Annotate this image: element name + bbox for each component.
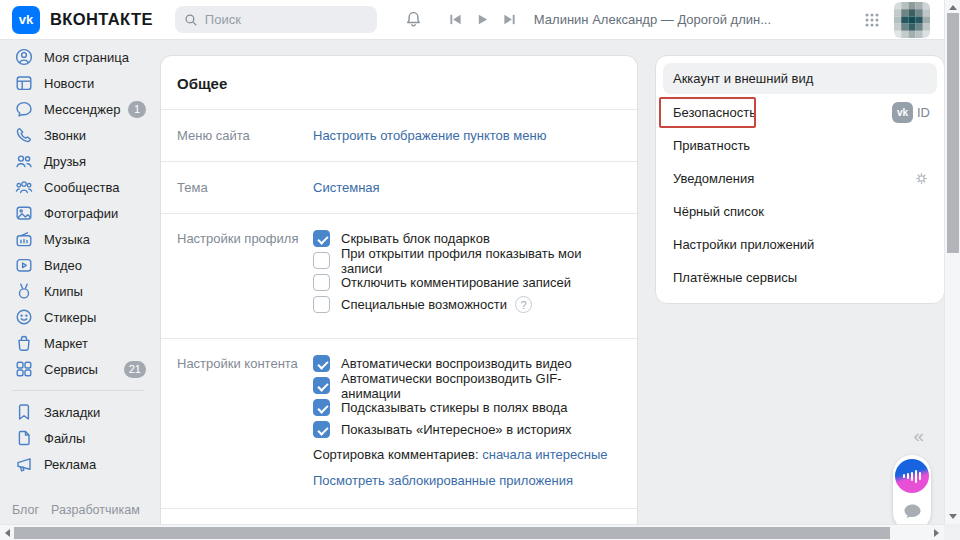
settings-nav-account[interactable]: Аккаунт и внешний вид [663,63,937,94]
blocked-apps-link[interactable]: Посмотреть заблокированные приложения [313,473,573,488]
next-track-icon[interactable] [503,13,516,26]
horizontal-scrollbar[interactable] [0,524,944,540]
sidebar-label: Закладки [44,405,100,420]
scroll-left-arrow[interactable] [5,529,10,537]
sidebar-item-music[interactable]: Музыка [0,226,156,252]
sidebar-item-market[interactable]: Маркет [0,330,156,356]
nav-label: Безопасность [673,105,756,120]
messenger-icon [14,99,34,119]
services-count-badge: 21 [124,361,146,378]
sidebar-label: Моя страница [44,50,129,65]
checkbox-label: При открытии профиля показывать мои запи… [341,246,621,276]
notifications-gear[interactable] [913,162,930,195]
show-my-posts-checkbox[interactable] [313,252,330,269]
chat-bubble-icon[interactable] [903,503,922,520]
suggest-stickers-checkbox[interactable] [313,399,330,416]
sidebar-item-friends[interactable]: Друзья [0,148,156,174]
checkbox-row: Автоматически воспроизводить видео [313,355,621,372]
app-title[interactable]: ВКОНТАКТЕ [50,10,153,29]
music-icon [14,229,34,249]
messenger-count-badge: 1 [128,101,146,118]
checkbox-label: Отключить комментирование записей [341,275,571,290]
sidebar-label: Новости [44,76,94,91]
sidebar-item-files[interactable]: Файлы [0,425,156,451]
theme-value-link[interactable]: Системная [313,180,380,195]
stickers-icon [14,307,34,327]
sidebar-label: Реклама [44,457,96,472]
checkbox-row: При открытии профиля показывать мои запи… [313,252,621,269]
scroll-right-arrow[interactable] [934,529,939,537]
notifications-bell-icon[interactable] [404,10,423,29]
communities-icon [14,177,34,197]
previous-track-icon[interactable] [449,13,462,26]
horizontal-scroll-thumb[interactable] [14,527,890,539]
sidebar-item-services[interactable]: Сервисы 21 [0,356,156,382]
scroll-up-arrow[interactable] [949,5,957,10]
comments-sort-link[interactable]: сначала интересные [482,447,607,462]
assistant-widget [893,455,931,531]
files-icon [14,428,34,448]
sidebar-item-video[interactable]: Видео [0,252,156,278]
settings-nav-apps[interactable]: Настройки приложений [656,228,944,261]
sidebar-item-bookmarks[interactable]: Закладки [0,399,156,425]
help-icon[interactable]: ? [515,296,532,313]
vk-id-logo-icon: vk [892,102,913,123]
sidebar-item-calls[interactable]: Звонки [0,122,156,148]
sidebar-item-stickers[interactable]: Стикеры [0,304,156,330]
gear-icon [913,170,930,187]
collapse-chevron-icon[interactable]: « [913,425,924,447]
scroll-down-arrow[interactable] [949,514,957,519]
settings-nav-privacy[interactable]: Приватность [656,129,944,162]
sidebar-item-ads[interactable]: Реклама [0,451,156,477]
left-sidebar: Моя страница Новости Мессенджер 1 Звонки… [0,44,156,517]
show-interesting-stories-checkbox[interactable] [313,421,330,438]
autoplay-gif-checkbox[interactable] [313,377,330,394]
disable-comments-checkbox[interactable] [313,274,330,291]
search-box[interactable] [175,6,377,33]
sidebar-item-my-page[interactable]: Моя страница [0,44,156,70]
checkbox-label: Подсказывать стикеры в полях ввода [341,400,567,415]
vertical-scroll-thumb[interactable] [947,13,959,253]
checkbox-label: Специальные возможности [341,297,507,312]
vertical-scrollbar[interactable] [944,0,960,524]
site-menu-link[interactable]: Настроить отображение пунктов меню [313,128,546,143]
blog-link[interactable]: Блог [12,503,39,517]
sidebar-label: Сообщества [44,180,120,195]
sidebar-item-news[interactable]: Новости [0,70,156,96]
play-icon[interactable] [476,13,489,26]
nav-label: Платёжные сервисы [673,270,797,285]
sidebar-item-communities[interactable]: Сообщества [0,174,156,200]
search-input[interactable] [205,12,365,27]
site-menu-row: Меню сайта Настроить отображение пунктов… [161,109,637,161]
settings-nav-notifications[interactable]: Уведомления [656,162,944,195]
settings-nav-payments[interactable]: Платёжные сервисы [656,261,944,294]
sidebar-label: Стикеры [44,310,96,325]
vk-logo-icon[interactable]: vk [12,6,40,34]
checkbox-label: Скрывать блок подарков [341,231,490,246]
sidebar-item-messenger[interactable]: Мессенджер 1 [0,96,156,122]
accessibility-checkbox[interactable] [313,296,330,313]
settings-nav-security[interactable]: Безопасность vk ID [656,96,944,129]
theme-row: Тема Системная [161,161,637,213]
market-icon [14,333,34,353]
avatar[interactable] [894,2,930,38]
search-icon [184,13,198,27]
sidebar-label: Сервисы [44,362,98,377]
autoplay-video-checkbox[interactable] [313,355,330,372]
music-assistant-icon[interactable] [895,459,929,493]
sidebar-label: Видео [44,258,82,273]
ads-icon [14,454,34,474]
bookmarks-icon [14,402,34,422]
sidebar-item-photos[interactable]: Фотографии [0,200,156,226]
settings-nav-blacklist[interactable]: Чёрный список [656,195,944,228]
developers-link[interactable]: Разработчикам [51,503,140,517]
vk-id-label: ID [917,105,930,120]
apps-menu-icon[interactable] [864,12,880,28]
sidebar-label: Звонки [44,128,86,143]
checkbox-row: Отключить комментирование записей [313,274,621,291]
news-icon [14,73,34,93]
hide-gifts-checkbox[interactable] [313,230,330,247]
sidebar-item-clips[interactable]: Клипы [0,278,156,304]
top-bar: vk ВКОНТАКТЕ Малинин Александр — Дорогой… [0,0,944,40]
now-playing-track[interactable]: Малинин Александр — Дорогой длин... [534,12,771,27]
